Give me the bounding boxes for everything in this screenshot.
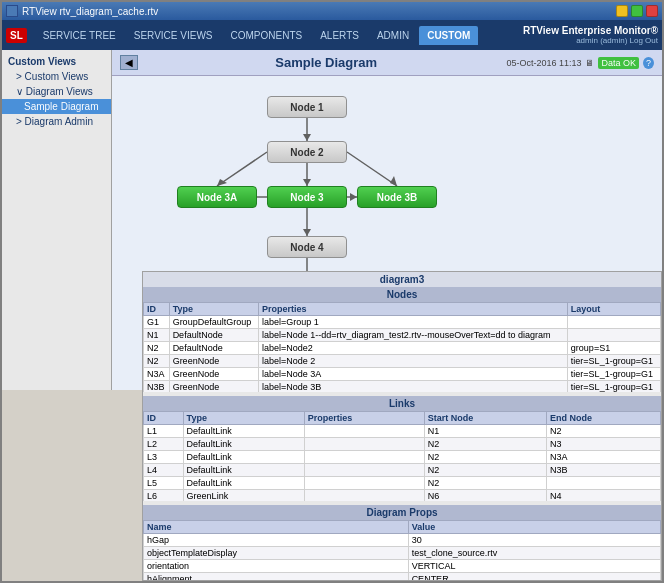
- cell-start: N1: [424, 425, 546, 438]
- props-table-wrap[interactable]: Name Value hGap 30objectTemplateDisplay …: [143, 520, 661, 581]
- cell-properties: label=Node 1--dd=rtv_diagram_test2.rtv--…: [259, 329, 568, 342]
- node-n3[interactable]: Node 3: [267, 186, 347, 208]
- tab-components[interactable]: COMPONENTS: [223, 26, 311, 45]
- cell-layout: tier=SL_1-group=G1: [567, 381, 660, 393]
- table-row[interactable]: L1 DefaultLink N1 N2: [144, 425, 661, 438]
- nav-bar: SL SERVICE TREE SERVICE VIEWS COMPONENTS…: [2, 20, 662, 50]
- cell-end: N3: [546, 438, 660, 451]
- links-section-header: Links: [143, 396, 661, 411]
- tab-custom[interactable]: CUSTOM: [419, 26, 478, 45]
- cell-properties: [304, 490, 424, 502]
- cell-type: DefaultLink: [183, 438, 304, 451]
- cell-start: N2: [424, 464, 546, 477]
- links-section: Links ID Type Properties Start Node End …: [143, 396, 661, 501]
- diagram-title: diagram3: [143, 272, 661, 287]
- nodes-table-wrap[interactable]: ID Type Properties Layout G1 GroupDefaul…: [143, 302, 661, 392]
- cell-id: L2: [144, 438, 184, 451]
- sidebar-title: Custom Views: [2, 54, 111, 69]
- props-col-value: Value: [408, 521, 660, 534]
- table-row[interactable]: L2 DefaultLink N2 N3: [144, 438, 661, 451]
- sidebar-item-sample-diagram[interactable]: Sample Diagram: [2, 99, 111, 114]
- sl-logo: SL: [6, 28, 27, 43]
- cell-id: N1: [144, 329, 170, 342]
- cell-properties: [304, 477, 424, 490]
- table-row[interactable]: N3B GreenNode label=Node 3B tier=SL_1-gr…: [144, 381, 661, 393]
- cell-name: hGap: [144, 534, 409, 547]
- tab-service-views[interactable]: SERVICE VIEWS: [126, 26, 221, 45]
- main-window: RTView rtv_diagram_cache.rtv SL SERVICE …: [0, 0, 664, 583]
- cell-id: N2: [144, 355, 170, 368]
- sidebar-item-diagram-views[interactable]: ∨ Diagram Views: [2, 84, 111, 99]
- cell-properties: label=Node 2: [259, 355, 568, 368]
- node-n1[interactable]: Node 1: [267, 96, 347, 118]
- title-bar-buttons: [616, 5, 658, 17]
- node-n4[interactable]: Node 4: [267, 236, 347, 258]
- cell-end: N2: [546, 425, 660, 438]
- table-row[interactable]: L5 DefaultLink N2: [144, 477, 661, 490]
- table-row[interactable]: L3 DefaultLink N2 N3A: [144, 451, 661, 464]
- tab-service-tree[interactable]: SERVICE TREE: [35, 26, 124, 45]
- cell-properties: label=Node 3A: [259, 368, 568, 381]
- cell-start: N2: [424, 438, 546, 451]
- view-title: Sample Diagram: [146, 55, 506, 70]
- maximize-button[interactable]: [631, 5, 643, 17]
- table-row[interactable]: L6 GreenLink N6 N4: [144, 490, 661, 502]
- cell-name: hAlignment: [144, 573, 409, 582]
- table-row[interactable]: G1 GroupDefaultGroup label=Group 1: [144, 316, 661, 329]
- cell-type: DefaultLink: [183, 464, 304, 477]
- diagram-props-section: Diagram Props Name Value hGap 30objectTe…: [143, 505, 661, 581]
- cell-properties: label=Node2: [259, 342, 568, 355]
- cell-layout: tier=SL_1-group=G1: [567, 368, 660, 381]
- table-row[interactable]: orientation VERTICAL: [144, 560, 661, 573]
- cell-end: [546, 477, 660, 490]
- cell-id: N3A: [144, 368, 170, 381]
- nodes-col-id: ID: [144, 303, 170, 316]
- cell-type: GroupDefaultGroup: [169, 316, 258, 329]
- links-table: ID Type Properties Start Node End Node L…: [143, 411, 661, 501]
- table-row[interactable]: hGap 30: [144, 534, 661, 547]
- info-button[interactable]: ?: [643, 57, 654, 69]
- node-n2[interactable]: Node 2: [267, 141, 347, 163]
- table-row[interactable]: N1 DefaultNode label=Node 1--dd=rtv_diag…: [144, 329, 661, 342]
- node-n3a[interactable]: Node 3A: [177, 186, 257, 208]
- back-button[interactable]: ◀: [120, 55, 138, 70]
- bottom-panel: diagram3 Nodes ID Type Properties Layout…: [142, 271, 662, 581]
- props-col-name: Name: [144, 521, 409, 534]
- sidebar-item-diagram-admin[interactable]: > Diagram Admin: [2, 114, 111, 129]
- nodes-col-layout: Layout: [567, 303, 660, 316]
- table-row[interactable]: N3A GreenNode label=Node 3A tier=SL_1-gr…: [144, 368, 661, 381]
- cell-properties: [304, 451, 424, 464]
- cell-id: L5: [144, 477, 184, 490]
- links-table-wrap[interactable]: ID Type Properties Start Node End Node L…: [143, 411, 661, 501]
- sidebar-item-custom-views[interactable]: > Custom Views: [2, 69, 111, 84]
- status-ok-badge: Data OK: [598, 57, 639, 69]
- tab-alerts[interactable]: ALERTS: [312, 26, 367, 45]
- links-col-id: ID: [144, 412, 184, 425]
- table-row[interactable]: objectTemplateDisplay test_clone_source.…: [144, 547, 661, 560]
- nodes-col-type: Type: [169, 303, 258, 316]
- cell-type: GreenNode: [169, 355, 258, 368]
- node-n3b[interactable]: Node 3B: [357, 186, 437, 208]
- cell-type: GreenNode: [169, 368, 258, 381]
- window-title: RTView rtv_diagram_cache.rtv: [22, 6, 158, 17]
- table-row[interactable]: L4 DefaultLink N2 N3B: [144, 464, 661, 477]
- close-button[interactable]: [646, 5, 658, 17]
- nodes-section: Nodes ID Type Properties Layout G1 Group…: [143, 287, 661, 392]
- nodes-section-header: Nodes: [143, 287, 661, 302]
- nodes-col-properties: Properties: [259, 303, 568, 316]
- cell-id: N3B: [144, 381, 170, 393]
- table-row[interactable]: hAlignment CENTER: [144, 573, 661, 582]
- table-row[interactable]: N2 DefaultNode label=Node2 group=S1: [144, 342, 661, 355]
- cell-layout: [567, 329, 660, 342]
- cell-layout: tier=SL_1-group=G1: [567, 355, 660, 368]
- svg-marker-1: [303, 134, 311, 141]
- minimize-button[interactable]: [616, 5, 628, 17]
- cell-type: DefaultNode: [169, 329, 258, 342]
- table-row[interactable]: N2 GreenNode label=Node 2 tier=SL_1-grou…: [144, 355, 661, 368]
- svg-marker-7: [390, 176, 397, 186]
- window-icon: [6, 5, 18, 17]
- links-col-start: Start Node: [424, 412, 546, 425]
- brand-sub: admin (admin) Log Out: [576, 36, 658, 45]
- cell-layout: group=S1: [567, 342, 660, 355]
- tab-admin[interactable]: ADMIN: [369, 26, 417, 45]
